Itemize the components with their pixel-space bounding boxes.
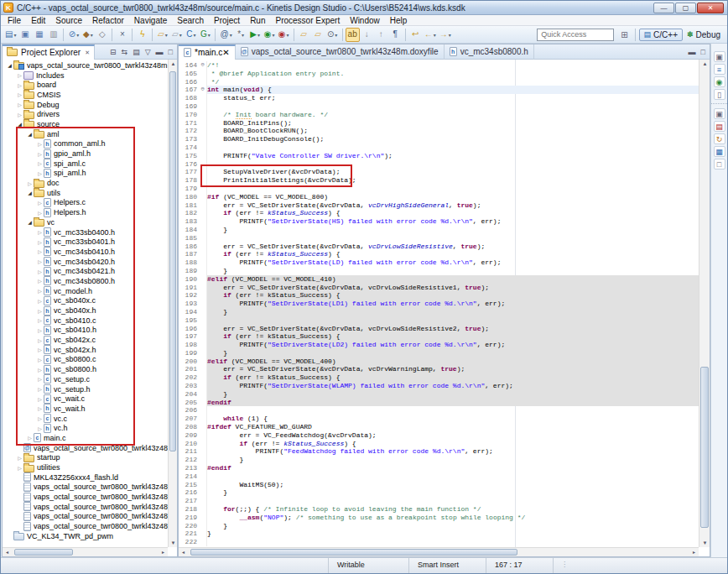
tree-item-vaps-octal-source-twr0800-twrkl43z48m[interactable]: vaps_octal_source_twr0800_twrkl43z48m_ (3, 502, 168, 512)
explorer-horizontal-scrollbar[interactable]: ◂ ▸ (3, 547, 168, 556)
code-line[interactable]: 207 while (1) { (179, 415, 699, 423)
code-line[interactable]: 177 SetupValveDriver(&vcDrvData); (179, 168, 699, 176)
code-line[interactable]: 179 (179, 185, 699, 193)
minimize-view-icon[interactable]: ▬ (153, 48, 166, 56)
code-line[interactable]: 220 } (179, 522, 699, 530)
code-line[interactable]: 185 (179, 234, 699, 243)
expander-icon[interactable]: ▷ (36, 288, 44, 294)
toolbar-build-button[interactable]: ◆▾ (81, 28, 95, 42)
dropdown-arrow-icon[interactable]: ▾ (449, 32, 451, 38)
dropdown-arrow-icon[interactable]: ▾ (208, 32, 211, 38)
tree-item-debug[interactable]: ▷Debug (3, 100, 168, 110)
tab-vc-mc34sb0800-h[interactable]: hvc_mc34sb0800.h (445, 44, 534, 60)
console-view-icon[interactable]: ▦ (714, 146, 725, 157)
menu-file[interactable]: File (3, 16, 26, 25)
code-editor[interactable]: 164⊖/*!165 * @brief Application entry po… (179, 60, 699, 547)
menu-source[interactable]: Source (50, 16, 87, 25)
expander-icon[interactable]: ▷ (36, 357, 44, 363)
expander-icon[interactable]: ◢ (26, 190, 34, 196)
tree-item-startup[interactable]: ▷startup (3, 453, 168, 463)
tree-item-utils[interactable]: ◢utils (3, 188, 168, 198)
expander-icon[interactable]: ▷ (16, 102, 23, 107)
link-with-editor-icon[interactable]: ⇆ (119, 48, 131, 56)
code-line[interactable]: 216 } (179, 488, 699, 497)
code-line[interactable]: 201 err = VC_SetDriverState(&vcDrvData, … (179, 365, 699, 373)
code-line[interactable]: 174 (179, 144, 699, 152)
expander-icon[interactable]: ▷ (36, 248, 44, 254)
menu-help[interactable]: Help (385, 16, 413, 25)
dropdown-arrow-icon[interactable]: ▾ (273, 32, 275, 38)
toolbar-search-button[interactable]: ⊙▾ (325, 28, 340, 42)
expander-icon[interactable]: ▷ (36, 337, 44, 343)
code-line[interactable]: 209 err = VC_FeedWatchdog(&vcDrvData); (179, 431, 699, 440)
editor-vertical-scrollbar[interactable]: ▲ ▼ (699, 60, 710, 547)
toolbar-next-annotation-button[interactable]: ↓ (360, 28, 374, 42)
code-line[interactable]: 181 err = VC_SetDriverState(&vcDrvData, … (179, 201, 699, 210)
tree-item-vaps-octal-source-twr0800-twrkl43z48m[interactable]: vaps_octal_source_twr0800_twrkl43z48m_ (3, 512, 168, 522)
explorer-vertical-scrollbar[interactable]: ▲ ▼ (168, 60, 177, 547)
outline-view-icon[interactable]: ≡ (714, 64, 725, 75)
code-line[interactable]: 199 } (179, 349, 699, 357)
tree-item-utilities[interactable]: ▷utilities (3, 462, 168, 472)
toolbar-print-button[interactable]: ▥ (46, 28, 60, 42)
dropdown-arrow-icon[interactable]: ▾ (242, 32, 244, 38)
toolbar-open-resource-button[interactable]: ▱ (311, 28, 325, 42)
code-line[interactable]: 187 if (err != kStatus_Success) { (179, 250, 699, 258)
code-line[interactable]: 196 err = VC_SetDriverState(&vcDrvData, … (179, 325, 699, 333)
code-line[interactable]: 195 (179, 316, 699, 325)
dropdown-arrow-icon[interactable]: ▾ (287, 32, 289, 38)
code-line[interactable]: 218 for(;;) { /* Infinite loop to avoid … (179, 505, 699, 514)
tree-item-vaps-octal-source-twr0800-twrkl43z48m[interactable]: vaps_octal_source_twr0800_twrkl43z48m_ (3, 521, 168, 531)
tree-item-gpio-aml-h[interactable]: ▷hgpio_aml.h (3, 149, 168, 159)
expander-icon[interactable]: ▷ (36, 298, 44, 304)
code-line[interactable]: 214 (179, 472, 699, 481)
tree-item-spi-aml-c[interactable]: ▷cspi_aml.c (3, 159, 168, 169)
close-icon[interactable]: ✕ (222, 48, 229, 57)
toolbar-prev-annotation-button[interactable]: ↑ (374, 28, 388, 42)
dropdown-arrow-icon[interactable]: ▾ (91, 32, 93, 38)
expander-icon[interactable]: ▷ (36, 327, 44, 333)
fold-marker-icon[interactable]: ⊖ (199, 86, 207, 94)
tree-item-drivers[interactable]: ▷drivers (3, 109, 168, 119)
code-line[interactable]: 164⊖/*! (179, 61, 699, 70)
dropdown-arrow-icon[interactable]: ▾ (434, 32, 436, 38)
tree-item-helpers-c[interactable]: ▷cHelpers.c (3, 198, 168, 208)
perspective-debug-button[interactable]: ✽ Debug (683, 29, 725, 40)
menu-processor-expert[interactable]: Processor Expert (270, 16, 345, 25)
tree-item-mkl43z256xxx4-flash-ld[interactable]: MKL43Z256xxx4_flash.ld (3, 472, 168, 483)
tree-item-vaps-octal-source-twr0800-twrkl43z48m[interactable]: vaps_octal_source_twr0800_twrkl43z48m_ (3, 483, 168, 493)
expander-icon[interactable]: ▷ (36, 278, 44, 284)
code-line[interactable]: 186 err = VC_SetDriverState(&vcDrvData, … (179, 243, 699, 251)
toolbar-skip-all-breakpoints-button[interactable]: ⊘▾ (66, 28, 81, 42)
expander-icon[interactable]: ▷ (16, 112, 23, 117)
toolbar-show-whitespace-button[interactable]: ¶ (388, 28, 403, 42)
code-line[interactable]: 166 */ (179, 78, 699, 86)
code-line[interactable]: 206 (179, 406, 699, 415)
toolbar-open-dir-button[interactable]: ▱ (297, 28, 311, 42)
toolbar-back-button[interactable]: ←▾ (423, 28, 438, 42)
restore-view-icon[interactable]: ▣ (714, 51, 725, 62)
code-line[interactable]: 193 PRINTF("SetDriverState(LD1) failed w… (179, 300, 699, 308)
tree-item-vaps-octal-source-twr0800-twrkl43z48m[interactable]: ◢vaps_octal_source_twr0800_twrkl43z48m (3, 60, 168, 70)
expander-icon[interactable]: ▷ (36, 415, 44, 421)
tab-vaps-octal-source-twr0800-twrkl43z48m-doxyfile[interactable]: @vaps_octal_source_twr0800_twrkl43z48m.d… (236, 44, 445, 60)
expander-icon[interactable]: ▷ (36, 317, 44, 323)
code-line[interactable]: 176 (179, 160, 699, 169)
toolbar-new-project-button[interactable]: ▱▾ (169, 28, 184, 42)
code-line[interactable]: 168 status_t err; (179, 94, 699, 102)
menu-window[interactable]: Window (345, 16, 385, 25)
toolbar-doxygen-button[interactable]: @▾ (218, 28, 233, 42)
code-line[interactable]: 210 if (err != kStatus_Success) { (179, 440, 699, 448)
expander-icon[interactable]: ▷ (36, 396, 44, 402)
toolbar-profile-button[interactable]: ◉▾ (277, 28, 291, 42)
maximize-editor-icon[interactable]: □ (699, 48, 708, 56)
tab-project-explorer[interactable]: Project Explorer ✕ (3, 44, 95, 60)
code-line[interactable]: 197 if (err != kStatus_Success) { (179, 332, 699, 341)
code-line[interactable]: 180#if (VC_MODEL == VC_MODEL_800) (179, 193, 699, 201)
tree-item-vc-sb0800-c[interactable]: ▷cvc_sb0800.c (3, 355, 168, 365)
tree-item-helpers-h[interactable]: ▷hHelpers.h (3, 207, 168, 217)
maximize-view-icon[interactable]: □ (166, 48, 175, 56)
open-perspective-icon[interactable]: ⊞ (621, 30, 627, 39)
dropdown-arrow-icon[interactable]: ▾ (13, 32, 16, 38)
tree-item-vc-wait-c[interactable]: ▷cvc_wait.c (3, 394, 168, 404)
